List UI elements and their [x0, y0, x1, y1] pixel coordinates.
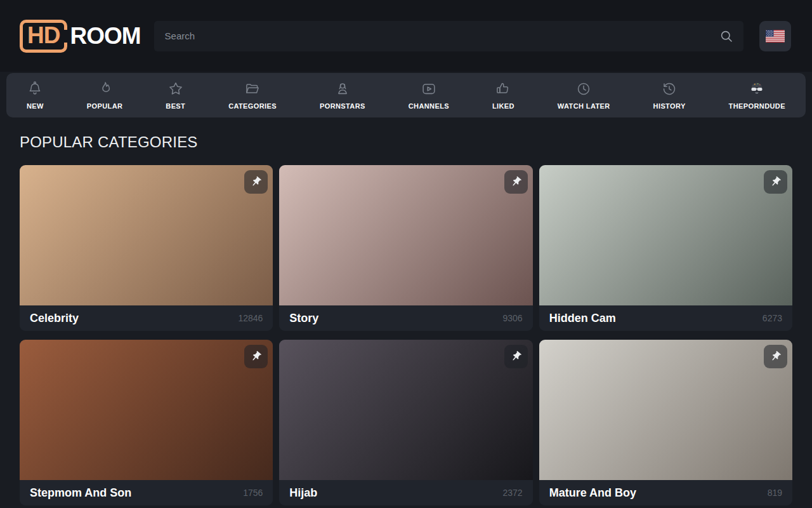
- history-icon: [661, 81, 678, 97]
- category-label: Hijab: [289, 486, 317, 500]
- pin-icon: [509, 175, 523, 189]
- nav-item-categories[interactable]: CATEGORIES: [228, 81, 277, 110]
- pin-icon: [249, 175, 263, 189]
- category-card-celebrity[interactable]: Celebrity 12846: [20, 165, 273, 331]
- person-icon: [334, 81, 351, 97]
- search-input[interactable]: [154, 21, 743, 51]
- nav-item-label: POPULAR: [87, 102, 123, 110]
- category-label: Celebrity: [30, 312, 79, 325]
- pin-button[interactable]: [504, 170, 528, 194]
- nav-item-best[interactable]: BEST: [166, 81, 185, 110]
- play-video-icon: [421, 81, 437, 97]
- search-box: [154, 21, 743, 51]
- card-footer: Hijab 2372: [279, 480, 532, 505]
- category-label: Story: [289, 312, 318, 325]
- category-thumbnail[interactable]: [539, 340, 792, 480]
- pin-button[interactable]: [504, 345, 528, 368]
- nav-item-label: BEST: [166, 102, 185, 110]
- nav-item-new[interactable]: NEW: [27, 81, 44, 110]
- card-footer: Stepmom And Son 1756: [20, 480, 273, 505]
- clock-icon: [575, 81, 592, 97]
- nav-item-liked[interactable]: LIKED: [492, 81, 514, 110]
- category-count: 2372: [503, 488, 523, 498]
- category-count: 1756: [243, 488, 263, 498]
- category-count: 9306: [503, 313, 523, 323]
- category-label: Hidden Cam: [549, 312, 616, 325]
- card-footer: Hidden Cam 6273: [539, 305, 792, 331]
- star-icon: [167, 81, 184, 97]
- nav-item-label: PORNSTARS: [320, 102, 365, 110]
- category-label: Mature And Boy: [549, 486, 636, 500]
- nav-item-theporndude[interactable]: THEPORNDUDE: [729, 81, 785, 110]
- card-footer: Story 9306: [279, 305, 532, 331]
- logo-hd: HD: [20, 20, 67, 53]
- pin-button[interactable]: [764, 345, 787, 368]
- search-icon[interactable]: [719, 29, 734, 46]
- category-card-mature-and-boy[interactable]: Mature And Boy 819: [539, 340, 792, 505]
- category-thumbnail[interactable]: [20, 340, 273, 480]
- category-label: Stepmom And Son: [30, 486, 131, 500]
- nav-item-history[interactable]: HISTORY: [653, 81, 686, 110]
- nav-item-label: LIKED: [492, 102, 514, 110]
- category-grid: Celebrity 12846 Story 9306 Hidde: [20, 165, 792, 505]
- category-thumbnail[interactable]: [279, 340, 532, 480]
- category-card-story[interactable]: Story 9306: [279, 165, 532, 331]
- content-area: POPULAR CATEGORIES Celebrity 12846 Story: [0, 133, 812, 505]
- category-count: 6273: [763, 313, 782, 323]
- nav-item-label: CATEGORIES: [228, 102, 277, 110]
- us-flag-icon: [766, 30, 785, 43]
- card-footer: Mature And Boy 819: [539, 480, 792, 505]
- nav-item-label: NEW: [27, 102, 44, 110]
- nav-item-label: CHANNELS: [409, 102, 449, 110]
- pin-icon: [769, 175, 782, 189]
- category-card-stepmom-and-son[interactable]: Stepmom And Son 1756: [20, 340, 273, 505]
- nav-item-label: THEPORNDUDE: [729, 102, 785, 110]
- language-button[interactable]: [759, 21, 791, 51]
- category-thumbnail[interactable]: [539, 165, 792, 305]
- category-thumbnail[interactable]: [20, 165, 273, 305]
- nav-item-channels[interactable]: CHANNELS: [409, 81, 449, 110]
- category-thumbnail[interactable]: [279, 165, 532, 305]
- card-footer: Celebrity 12846: [20, 305, 273, 331]
- nav-item-label: HISTORY: [653, 102, 686, 110]
- pin-button[interactable]: [764, 170, 787, 194]
- category-card-hijab[interactable]: Hijab 2372: [279, 340, 532, 505]
- bell-icon: [27, 81, 43, 97]
- folder-icon: [244, 81, 261, 97]
- category-count: 12846: [238, 313, 263, 323]
- category-count: 819: [768, 488, 782, 498]
- nav-item-label: WATCH LATER: [558, 102, 610, 110]
- main-nav: NEW POPULAR BEST CATEGORIES: [6, 73, 806, 117]
- flame-icon: [96, 81, 113, 97]
- page-title: POPULAR CATEGORIES: [20, 133, 792, 151]
- pin-button[interactable]: [244, 170, 268, 194]
- logo-room: ROOM: [70, 23, 140, 50]
- nav-item-popular[interactable]: POPULAR: [87, 81, 123, 110]
- nav-item-watch-later[interactable]: WATCH LATER: [558, 81, 610, 110]
- pin-icon: [509, 350, 523, 363]
- pin-button[interactable]: [244, 345, 268, 368]
- top-bar: HD ROOM: [0, 0, 812, 72]
- site-logo[interactable]: HD ROOM: [20, 20, 141, 53]
- nav-item-pornstars[interactable]: PORNSTARS: [320, 81, 365, 110]
- theporndude-icon: [749, 81, 765, 97]
- category-card-hidden-cam[interactable]: Hidden Cam 6273: [539, 165, 792, 331]
- thumbs-up-icon: [495, 81, 511, 97]
- pin-icon: [249, 350, 263, 363]
- pin-icon: [769, 350, 782, 363]
